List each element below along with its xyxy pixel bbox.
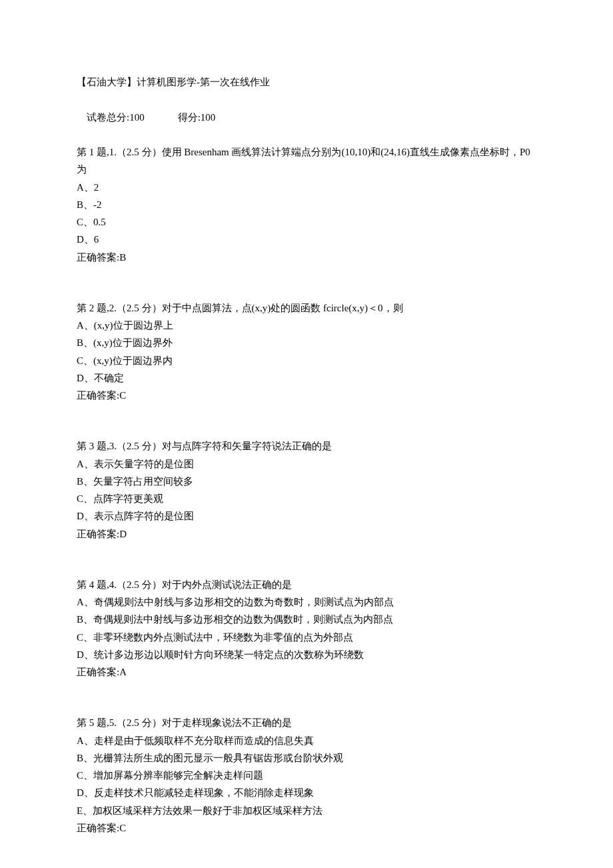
answer-value: A <box>119 667 127 677</box>
question-prompt: 第 2 题,2.（2.5 分）对于中点圆算法，点(x,y)处的圆函数 fcirc… <box>77 299 536 317</box>
question-option: A、走样是由于低频取样不充分取样而造成的信息失真 <box>77 732 536 749</box>
question-prompt: 第 1 题,1.（2.5 分）使用 Bresenham 画线算法计算端点分别为(… <box>77 143 536 179</box>
answer-line: 正确答案:B <box>77 249 536 266</box>
question-option: A、奇偶规则法中射线与多边形相交的边数为奇数时，则测试点为内部点 <box>77 593 536 611</box>
answer-value: D <box>119 529 127 539</box>
questions-container: 第 1 题,1.（2.5 分）使用 Bresenham 画线算法计算端点分别为(… <box>77 143 536 837</box>
question-option: B、奇偶规则法中射线与多边形相交的边数为偶数时，则测试点为内部点 <box>77 611 536 628</box>
answer-line: 正确答案:C <box>77 387 536 404</box>
question-option: B、-2 <box>77 196 536 213</box>
answer-label: 正确答案: <box>77 529 119 539</box>
answer-label: 正确答案: <box>77 667 119 677</box>
question-option: D、表示点阵字符的是位图 <box>77 507 536 525</box>
document-title: 【石油大学】计算机图形学-第一次在线作业 <box>77 73 536 91</box>
question-option: B、矢量字符占用空间较多 <box>77 473 536 490</box>
question-option: C、(x,y)位于圆边界内 <box>77 352 536 369</box>
question-option: C、0.5 <box>77 213 536 231</box>
question-prompt: 第 3 题,3.（2.5 分）对与点阵字符和矢量字符说法正确的是 <box>77 437 536 455</box>
answer-label: 正确答案: <box>77 390 119 401</box>
question-option: C、点阵字符更美观 <box>77 490 536 507</box>
document-page: 【石油大学】计算机图形学-第一次在线作业 试卷总分:100得分:100 第 1 … <box>0 0 613 868</box>
question-option: A、(x,y)位于圆边界上 <box>77 317 536 334</box>
question-option: A、表示矢量字符的是位图 <box>77 455 536 473</box>
answer-line: 正确答案:D <box>77 525 536 543</box>
score-value: 100 <box>201 112 216 123</box>
question-option: E、加权区域采样方法效果一般好于非加权区域采样方法 <box>77 802 536 819</box>
answer-line: 正确答案:A <box>77 663 536 681</box>
answer-value: C <box>119 390 126 401</box>
answer-value: B <box>119 252 126 263</box>
question-option: A、2 <box>77 179 536 196</box>
question-option: D、反走样技术只能减轻走样现象，不能消除走样现象 <box>77 784 536 801</box>
question-option: C、增加屏幕分辨率能够完全解决走样问题 <box>77 767 536 784</box>
question-prompt: 第 5 题,5.（2.5 分）对于走样现象说法不正确的是 <box>77 714 536 731</box>
score-line: 试卷总分:100得分:100 <box>77 91 536 143</box>
question-option: B、(x,y)位于圆边界外 <box>77 334 536 351</box>
total-label: 试卷总分: <box>87 112 129 123</box>
question-option: B、光栅算法所生成的图元显示一般具有锯齿形或台阶状外观 <box>77 749 536 767</box>
question-option: D、不确定 <box>77 369 536 387</box>
score-label: 得分: <box>178 112 201 123</box>
answer-label: 正确答案: <box>77 252 119 263</box>
answer-value: C <box>119 823 126 833</box>
question-option: C、非零环绕数内外点测试法中，环绕数为非零值的点为外部点 <box>77 629 536 646</box>
answer-line: 正确答案:C <box>77 819 536 837</box>
question-option: D、统计多边形边以顺时针方向环绕某一特定点的次数称为环绕数 <box>77 646 536 663</box>
question-prompt: 第 4 题,4.（2.5 分）对于内外点测试说法正确的是 <box>77 576 536 593</box>
total-value: 100 <box>129 112 145 123</box>
question-option: D、6 <box>77 231 536 248</box>
answer-label: 正确答案: <box>77 823 119 833</box>
